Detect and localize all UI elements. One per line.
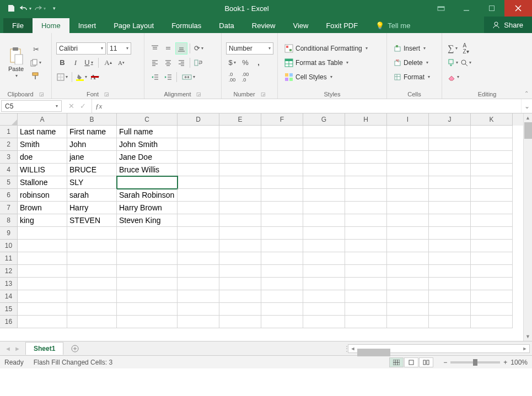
cell[interactable] [387,227,429,240]
cell[interactable] [429,176,471,189]
cell[interactable] [67,252,117,265]
cell[interactable] [18,265,67,278]
cell[interactable] [18,227,67,240]
cell[interactable] [345,290,387,303]
percent-format-icon[interactable]: % [239,57,251,69]
zoom-level[interactable]: 100% [510,359,528,366]
cell[interactable] [219,227,261,240]
cell[interactable] [219,303,261,316]
italic-button[interactable]: I [69,57,82,69]
col-header-B[interactable]: B [67,113,117,126]
align-left-icon[interactable] [149,57,161,69]
view-page-break-icon[interactable] [419,357,433,367]
cell[interactable] [67,303,117,316]
wrap-text-icon[interactable] [192,57,205,69]
cell[interactable] [429,126,471,138]
cell[interactable] [178,265,219,278]
row-header-11[interactable]: 11 [0,252,18,265]
cell[interactable]: Stallone [18,176,67,189]
cell[interactable] [345,316,387,328]
cell[interactable] [471,303,513,316]
cancel-formula-icon[interactable]: ✕ [68,102,74,110]
cell[interactable] [387,176,429,189]
cell[interactable] [178,278,219,290]
cell[interactable]: Brown [18,202,67,214]
row-header-5[interactable]: 5 [0,176,18,189]
cell[interactable] [178,214,219,227]
dialog-launcher-icon[interactable]: ◲ [104,91,109,97]
name-box[interactable]: C5▾ [1,100,62,112]
dialog-launcher-icon[interactable]: ◲ [196,91,201,97]
cell[interactable]: Bruce Willis [117,164,178,176]
cell[interactable] [261,265,303,278]
cell[interactable] [387,151,429,164]
font-size-combo[interactable]: 11▾ [107,42,131,55]
cell[interactable] [429,138,471,151]
cell[interactable] [117,240,178,252]
scroll-thumb[interactable] [524,122,532,139]
cell[interactable] [178,138,219,151]
ribbon-options-icon[interactable] [428,0,454,17]
redo-icon[interactable]: ▾ [33,2,46,15]
cell[interactable] [429,164,471,176]
cell[interactable] [261,240,303,252]
formula-input[interactable] [105,99,521,113]
paste-button[interactable]: Paste ▾ [4,35,28,90]
view-normal-icon[interactable] [389,357,404,367]
cell[interactable] [345,278,387,290]
cell[interactable]: BRUCE [67,164,117,176]
cell[interactable] [387,303,429,316]
cell[interactable] [471,265,513,278]
fill-color-icon[interactable]: ▾ [76,71,88,83]
align-middle-icon[interactable] [162,42,174,55]
select-all-corner[interactable] [0,113,18,126]
cell[interactable] [18,316,67,328]
undo-icon[interactable]: ▾ [19,2,32,15]
cell[interactable]: Sarah Robinson [117,189,178,202]
cell[interactable] [471,202,513,214]
cell[interactable] [261,252,303,265]
cell[interactable] [345,303,387,316]
cell[interactable] [429,227,471,240]
collapse-ribbon-icon[interactable]: ⌃ [524,90,529,96]
cell[interactable] [303,164,345,176]
cell[interactable] [387,240,429,252]
cell[interactable] [345,151,387,164]
cell[interactable] [178,252,219,265]
cell[interactable] [219,151,261,164]
cell[interactable] [303,290,345,303]
cell[interactable] [303,176,345,189]
underline-button[interactable]: U▾ [83,57,95,69]
conditional-formatting-button[interactable]: Conditional Formatting▾ [282,42,370,55]
tell-me-box[interactable]: 💡Tell me [367,18,419,33]
cell[interactable] [261,202,303,214]
cell[interactable] [303,303,345,316]
cell[interactable]: John [67,138,117,151]
format-as-table-button[interactable]: Format as Table▾ [282,57,370,69]
col-header-F[interactable]: F [261,113,303,126]
cell[interactable] [345,265,387,278]
cell[interactable] [261,176,303,189]
sheet-tab-1[interactable]: Sheet1 [25,342,63,355]
cell[interactable] [303,240,345,252]
cell[interactable]: Harry Brown [117,202,178,214]
col-header-G[interactable]: G [303,113,345,126]
cell[interactable] [429,252,471,265]
cell[interactable] [178,290,219,303]
copy-icon[interactable]: ▾ [30,57,42,69]
dialog-launcher-icon[interactable]: ◲ [261,91,266,97]
cell[interactable] [219,240,261,252]
cell[interactable] [471,151,513,164]
cell[interactable] [429,214,471,227]
view-page-layout-icon[interactable] [404,357,418,367]
cell[interactable] [117,176,178,189]
cell[interactable] [429,316,471,328]
cell[interactable] [471,278,513,290]
cell[interactable] [303,151,345,164]
cell[interactable] [117,316,178,328]
cut-icon[interactable]: ✂ [30,44,42,56]
cell[interactable] [345,227,387,240]
row-header-10[interactable]: 10 [0,240,18,252]
cell[interactable] [303,278,345,290]
cell[interactable] [429,265,471,278]
